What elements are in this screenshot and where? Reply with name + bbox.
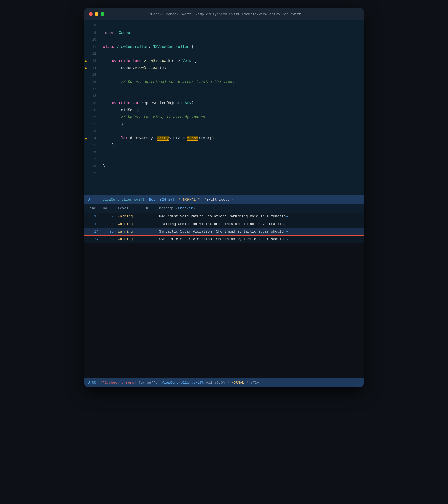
breakpoint-icon-13: ▶ xyxy=(85,58,87,65)
bottom-all-label: All (3,0) xyxy=(206,381,225,385)
line-number-10: 10 xyxy=(84,36,101,43)
line-content-24: let dummyArray: Array<Int> = Array<Int>(… xyxy=(101,135,364,142)
err-line-3: 24 xyxy=(88,237,98,241)
err-col-3: 38 xyxy=(103,237,114,241)
code-line-10: 10 xyxy=(84,36,364,43)
code-line-20: 20 didSet { xyxy=(84,107,364,114)
code-line-25: 25 } xyxy=(84,142,364,149)
err-level-1: warning xyxy=(118,222,140,226)
line-content-14: super.viewDidLoad(); xyxy=(101,64,364,71)
bottom-filename: ViewController.swift xyxy=(162,381,204,385)
breakpoint-icon-14: ▶ xyxy=(85,65,87,72)
err-col-2: 25 xyxy=(103,230,114,234)
errors-col-message: Message (Checker) xyxy=(159,206,360,210)
line-content-11: class ViewController: NSViewController { xyxy=(101,43,364,50)
line-number-15: 15 xyxy=(84,71,101,78)
checker-link[interactable]: Checker xyxy=(178,206,193,210)
err-level-3: warning xyxy=(118,237,140,241)
errors-col-line: Line xyxy=(88,206,98,210)
bottom-mode-indicator: U:%%- xyxy=(88,381,98,385)
line-number-16: 16 xyxy=(84,79,101,86)
window-title: ~/Code/Flycheck Swift Example/Flycheck S… xyxy=(147,12,301,16)
err-msg-1: Trailing Semicolon Violation: Lines shou… xyxy=(159,222,360,226)
close-button[interactable] xyxy=(89,12,93,16)
code-line-17: 17 } xyxy=(84,85,364,92)
bottom-for-label: for buffer xyxy=(139,381,160,385)
line-number-8: 8 xyxy=(84,22,101,29)
line-number-24: ▶ 24 xyxy=(84,135,101,142)
status-bot-label: Bot xyxy=(149,198,155,202)
error-row-2[interactable]: 24 25 warning Syntactic Sugar Violation:… xyxy=(84,228,364,236)
code-line-29: 29 xyxy=(84,170,364,177)
err-line-0: 13 xyxy=(88,214,98,218)
code-line-12: 12 xyxy=(84,50,364,57)
line-number-9: 9 xyxy=(84,29,101,37)
line-content-16: // Do any additional setup after loading… xyxy=(101,78,364,85)
errors-col-level: Level xyxy=(118,206,140,210)
line-number-11: 11 xyxy=(84,44,101,51)
code-line-13: ▶ 13 override func viewDidLoad() -> Void… xyxy=(84,57,364,64)
errors-col-col: Col xyxy=(103,206,114,210)
code-line-21: 21 // Update the view, if already loaded… xyxy=(84,114,364,121)
line-content-9: import Cocoa xyxy=(101,29,364,36)
line-number-14: ▶ 14 xyxy=(84,65,101,72)
err-level-0: warning xyxy=(118,214,140,218)
code-line-27: 27 xyxy=(84,156,364,163)
errors-col-id: ID xyxy=(144,206,155,210)
line-number-28: 28 xyxy=(84,163,101,170)
code-line-11: 11 class ViewController: NSViewControlle… xyxy=(84,43,364,50)
err-level-2: warning xyxy=(118,230,140,234)
code-line-28: 28 } xyxy=(84,163,364,170)
errors-panel: Line Col Level ID Message (Checker) 13 3… xyxy=(84,204,364,243)
line-number-19: 19 xyxy=(84,100,101,107)
line-number-21: 21 xyxy=(84,114,101,121)
bottom-buffer-label: *Flycheck errors* xyxy=(100,381,136,385)
status-position: (24,27) xyxy=(160,198,174,202)
breakpoint-icon-24: ▶ xyxy=(85,135,87,142)
line-number-26: 26 xyxy=(84,149,101,156)
line-number-17: 17 xyxy=(84,86,101,93)
code-line-22: 22 } xyxy=(84,121,364,128)
line-number-29: 29 xyxy=(84,170,101,177)
err-msg-2: Syntactic Sugar Violation: Shorthand syn… xyxy=(159,230,360,234)
editor-window: ~/Code/Flycheck Swift Example/Flycheck S… xyxy=(84,8,364,387)
code-line-15: 15 xyxy=(84,71,364,78)
status-info: (Swift xcode /) xyxy=(204,198,236,202)
code-line-26: 26 xyxy=(84,149,364,156)
line-number-27: 27 xyxy=(84,156,101,163)
status-normal-mode: *-NORMAL-* xyxy=(179,198,200,202)
maximize-button[interactable] xyxy=(101,12,104,16)
titlebar: ~/Code/Flycheck Swift Example/Flycheck S… xyxy=(84,8,364,20)
code-line-8: 8 xyxy=(84,22,364,29)
status-filename: ViewController.swift xyxy=(103,198,145,202)
line-content-25: } xyxy=(101,142,364,149)
code-editor[interactable]: 8 9 import Cocoa 10 11 class ViewControl… xyxy=(84,20,364,195)
empty-area xyxy=(84,243,364,378)
line-number-25: 25 xyxy=(84,142,101,149)
minimize-button[interactable] xyxy=(95,12,98,16)
line-number-22: 22 xyxy=(84,121,101,128)
line-number-12: 12 xyxy=(84,50,101,57)
code-line-24: ▶ 24 let dummyArray: Array<Int> = Array<… xyxy=(84,135,364,142)
status-mode-indicator: U:--- xyxy=(88,198,98,202)
line-content-21: // Update the view, if already loaded. xyxy=(101,114,364,121)
error-row-0[interactable]: 13 32 warning Redundant Void Return Viol… xyxy=(84,213,364,220)
code-line-16: 16 // Do any additional setup after load… xyxy=(84,78,364,85)
code-line-14: ▶ 14 super.viewDidLoad(); xyxy=(84,64,364,71)
line-number-20: 20 xyxy=(84,107,101,114)
bottom-info: (Fly xyxy=(251,381,259,385)
line-content-28: } xyxy=(101,163,364,170)
bottom-status-bar: U:%%- *Flycheck errors* for buffer ViewC… xyxy=(84,378,364,387)
code-line-18: 18 xyxy=(84,92,364,100)
err-line-1: 14 xyxy=(88,222,98,226)
line-content-20: didSet { xyxy=(101,107,364,114)
error-row-1[interactable]: 14 28 warning Trailing Semicolon Violati… xyxy=(84,220,364,228)
line-content-22: } xyxy=(101,121,364,128)
code-line-9: 9 import Cocoa xyxy=(84,29,364,36)
bottom-normal-mode: *-NORMAL-* xyxy=(227,381,248,385)
line-number-23: 23 xyxy=(84,128,101,135)
line-number-13: ▶ 13 xyxy=(84,58,101,65)
error-row-3[interactable]: 24 38 warning Syntactic Sugar Violation:… xyxy=(84,236,364,243)
line-number-18: 18 xyxy=(84,92,101,100)
err-col-1: 28 xyxy=(103,222,114,226)
